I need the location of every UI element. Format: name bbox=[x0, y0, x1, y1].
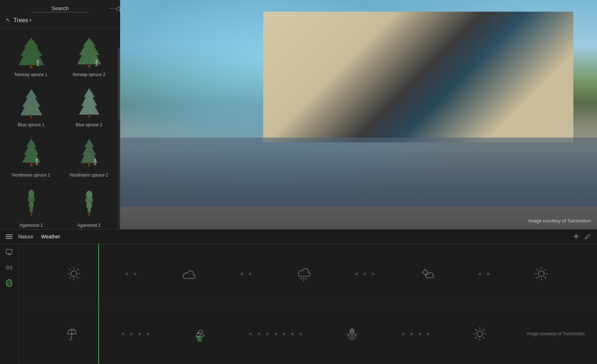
tree-label-norway-spruce-2: Norway spruce 2 bbox=[72, 72, 105, 77]
wind-svg bbox=[191, 326, 207, 342]
more-icon[interactable]: ⋯ bbox=[109, 5, 114, 11]
svg-point-56 bbox=[71, 271, 77, 277]
dot-4 bbox=[249, 273, 252, 275]
tree-icon-nordmann-spruce-1 bbox=[13, 135, 50, 171]
svg-rect-15 bbox=[30, 115, 32, 118]
timeline-content: /x bbox=[18, 244, 597, 364]
agarwood-1-svg bbox=[17, 187, 46, 219]
weather-icon-sunny-alt[interactable] bbox=[432, 326, 526, 342]
svg-line-81 bbox=[545, 269, 546, 270]
weather-icon-wind[interactable] bbox=[152, 326, 246, 342]
svg-marker-16 bbox=[79, 88, 99, 115]
svg-rect-50 bbox=[6, 249, 12, 254]
dot-r2-1 bbox=[122, 333, 124, 335]
tree-item-nordmann-spruce-2[interactable]: Nordmann spruce 2 bbox=[61, 132, 117, 181]
dropdown-arrow-icon[interactable]: ▾ bbox=[29, 18, 32, 23]
tl-nature-icon[interactable] bbox=[5, 279, 13, 288]
nav-back-icon[interactable]: ↖ bbox=[6, 17, 11, 24]
svg-line-61 bbox=[69, 269, 71, 270]
dot-r2-2 bbox=[130, 333, 133, 335]
tree-item-blue-spruce-2[interactable]: Blue spruce 2 bbox=[61, 82, 117, 130]
tree-item-agarwood-2[interactable]: Agarwood 2 bbox=[61, 182, 117, 229]
hamburger-menu[interactable] bbox=[6, 234, 12, 239]
svg-line-63 bbox=[77, 269, 79, 270]
dot-9 bbox=[487, 273, 490, 275]
tree-item-norway-spruce-1[interactable]: Norway spruce 1 bbox=[3, 31, 59, 80]
dot-3 bbox=[241, 273, 243, 275]
svg-line-79 bbox=[537, 269, 538, 270]
tree-item-nordmann-spruce-1[interactable]: Nordmann spruce 1 bbox=[3, 132, 59, 181]
tree-icon-blue-spruce-2 bbox=[71, 84, 107, 121]
tree-item-blue-spruce-1[interactable]: Blue spruce 1 bbox=[3, 82, 59, 130]
tree-label-norway-spruce-1: Norway spruce 1 bbox=[15, 72, 47, 77]
weather-icon-partly-cloudy[interactable] bbox=[377, 266, 475, 282]
weather-icon-sunny-2[interactable] bbox=[493, 266, 590, 282]
svg-point-92 bbox=[352, 330, 353, 331]
blue-spruce-2-svg bbox=[75, 86, 104, 119]
nordmann-spruce-1-svg bbox=[17, 136, 46, 169]
dot-r2-13 bbox=[410, 333, 413, 335]
tree-label-agarwood-1: Agarwood 1 bbox=[19, 223, 43, 228]
svg-point-41 bbox=[87, 207, 91, 213]
tree-label-agarwood-2: Agarwood 2 bbox=[77, 223, 100, 228]
svg-point-9 bbox=[95, 60, 97, 62]
breadcrumb-parent[interactable]: Nature bbox=[18, 234, 33, 240]
search-input[interactable] bbox=[31, 4, 89, 12]
weather-icon-beach[interactable] bbox=[25, 326, 119, 342]
svg-line-31 bbox=[95, 163, 96, 165]
svg-line-104 bbox=[475, 329, 477, 331]
category-label[interactable]: Trees bbox=[13, 17, 28, 24]
snowman-svg bbox=[344, 326, 360, 342]
dot-r2-3 bbox=[138, 333, 141, 335]
water-area bbox=[120, 138, 597, 206]
weather-icon-stormy[interactable]: /x bbox=[254, 266, 352, 282]
timeline-left-icons bbox=[0, 244, 18, 364]
dot-2 bbox=[134, 273, 137, 275]
agarwood-2-svg bbox=[75, 187, 104, 219]
breadcrumb-separator: › bbox=[36, 234, 38, 240]
svg-line-62 bbox=[77, 277, 79, 278]
weather-icon-sunny-1[interactable] bbox=[25, 266, 123, 282]
svg-point-36 bbox=[29, 207, 33, 212]
svg-line-23 bbox=[36, 163, 37, 165]
hamburger-line-3 bbox=[6, 238, 12, 239]
sunny-end-svg bbox=[533, 266, 549, 282]
dot-r2-7 bbox=[266, 333, 269, 335]
weather-icon-cloudy[interactable] bbox=[139, 266, 237, 282]
tree-item-agarwood-1[interactable]: Agarwood 1 bbox=[3, 182, 59, 229]
tl-keyframe-icon[interactable] bbox=[5, 264, 13, 273]
svg-line-106 bbox=[483, 329, 485, 331]
tree-label-blue-spruce-1: Blue spruce 1 bbox=[18, 122, 44, 127]
tree-item-norway-spruce-2[interactable]: Norway spruce 2 bbox=[61, 31, 117, 80]
eyedropper-icon[interactable]: 🖊 bbox=[585, 233, 591, 241]
playhead-1 bbox=[98, 244, 99, 304]
dot-r2-9 bbox=[283, 333, 285, 335]
app-container: ⋯ ↖ Trees ▾ ◁ bbox=[0, 0, 597, 364]
partly-cloudy-svg bbox=[419, 266, 435, 282]
sunny-alt-svg bbox=[472, 326, 488, 342]
tl-import-icon[interactable] bbox=[5, 248, 13, 258]
dot-5 bbox=[355, 273, 358, 275]
norway-spruce-2-svg bbox=[75, 36, 104, 69]
search-row: ⋯ bbox=[6, 4, 114, 12]
weather-icon-snowman[interactable] bbox=[305, 326, 399, 342]
timeline-row-2: Image courtesy of Twinmotion bbox=[18, 304, 597, 364]
watermark: Image courtesy of Twinmotion bbox=[529, 218, 591, 223]
move-icon[interactable]: ✛ bbox=[573, 233, 579, 241]
dot-r2-5 bbox=[249, 333, 252, 335]
building-silhouette bbox=[263, 12, 573, 142]
collapse-panel-icon[interactable]: ◁ bbox=[115, 4, 120, 12]
svg-marker-14 bbox=[20, 89, 42, 115]
svg-point-74 bbox=[538, 271, 544, 277]
hamburger-line-1 bbox=[6, 234, 12, 235]
breadcrumb-current: Weather bbox=[41, 234, 60, 240]
dot-r2-10 bbox=[291, 333, 294, 335]
tree-label-nordmann-spruce-1: Nordmann spruce 1 bbox=[12, 173, 50, 178]
svg-line-86 bbox=[74, 329, 75, 330]
svg-line-98 bbox=[355, 334, 357, 335]
tree-icon-agarwood-2 bbox=[71, 185, 107, 221]
svg-point-69 bbox=[423, 270, 427, 274]
dot-r2-14 bbox=[419, 333, 421, 335]
bottom-watermark: Image courtesy of Twinmotion bbox=[527, 331, 590, 336]
svg-line-30 bbox=[94, 163, 95, 165]
